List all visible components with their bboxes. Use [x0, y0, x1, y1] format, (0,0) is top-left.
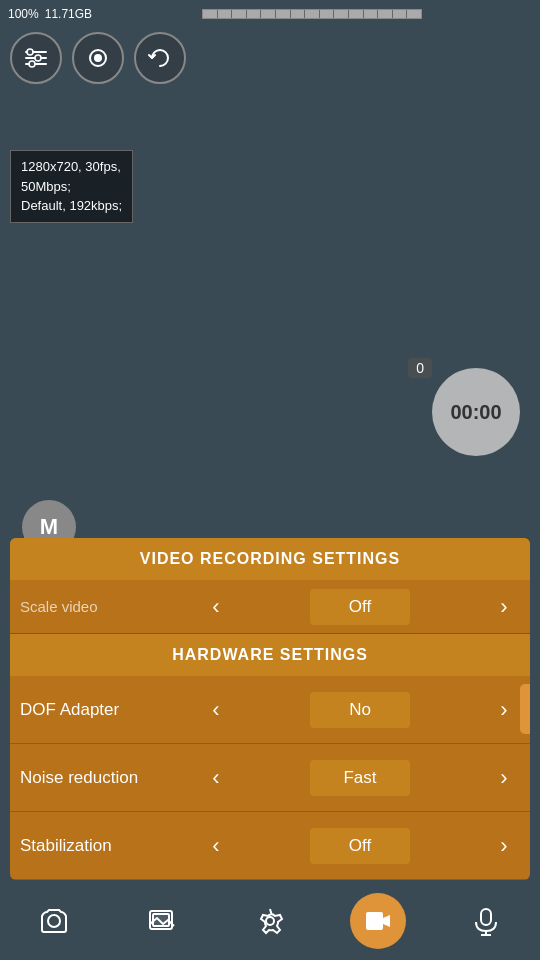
camera-nav-button[interactable] — [26, 893, 82, 949]
info-line1: 1280x720, 30fps, — [21, 157, 122, 177]
timer-display: 00:00 — [432, 368, 520, 456]
stabilization-next[interactable]: › — [488, 830, 520, 862]
info-line2: 50Mbps; — [21, 177, 122, 197]
hardware-settings-header: HARDWARE SETTINGS — [10, 634, 530, 676]
noise-reduction-next[interactable]: › — [488, 762, 520, 794]
svg-point-7 — [94, 54, 102, 62]
svg-point-8 — [48, 915, 60, 927]
storage-indicator: 11.71GB — [45, 7, 92, 21]
scale-video-next[interactable]: › — [488, 591, 520, 623]
info-line3: Default, 192kbps; — [21, 196, 122, 216]
scale-video-row: Scale video ‹ Off › — [10, 580, 530, 634]
recording-info-box: 1280x720, 30fps, 50Mbps; Default, 192kbp… — [10, 150, 133, 223]
scale-video-prev[interactable]: ‹ — [200, 591, 232, 623]
stabilization-prev[interactable]: ‹ — [200, 830, 232, 862]
status-bar-left: 100% 11.71GB — [8, 7, 92, 21]
gallery-nav-button[interactable] — [134, 893, 190, 949]
scale-video-value: Off — [310, 589, 410, 625]
progress-bar — [202, 9, 422, 19]
record-mode-button[interactable] — [72, 32, 124, 84]
noise-reduction-value: Fast — [310, 760, 410, 796]
scale-video-label: Scale video — [20, 598, 200, 615]
stabilization-row: Stabilization ‹ Off › — [10, 812, 530, 880]
dof-adapter-control: ‹ No › — [200, 692, 520, 728]
stabilization-control: ‹ Off › — [200, 828, 520, 864]
svg-point-11 — [266, 917, 274, 925]
bottom-nav — [0, 882, 540, 960]
noise-reduction-prev[interactable]: ‹ — [200, 762, 232, 794]
dof-adapter-label: DOF Adapter — [20, 700, 200, 720]
noise-reduction-label: Noise reduction — [20, 768, 200, 788]
dof-adapter-value: No — [310, 692, 410, 728]
dof-adapter-next[interactable]: › — [488, 694, 520, 726]
svg-rect-12 — [481, 909, 491, 925]
dof-adapter-row: DOF Adapter ‹ No › — [10, 676, 530, 744]
noise-reduction-row: Noise reduction ‹ Fast › — [10, 744, 530, 812]
timer-badge: 0 — [408, 358, 432, 378]
stabilization-value: Off — [310, 828, 410, 864]
settings-panel: VIDEO RECORDING SETTINGS Scale video ‹ O… — [10, 538, 530, 880]
status-bar: 100% 11.71GB — [0, 0, 540, 28]
video-settings-header: VIDEO RECORDING SETTINGS — [10, 538, 530, 580]
svg-point-3 — [27, 49, 33, 55]
settings-nav-button[interactable] — [242, 893, 298, 949]
microphone-nav-button[interactable] — [458, 893, 514, 949]
battery-indicator: 100% — [8, 7, 39, 21]
scroll-indicator — [520, 684, 530, 734]
video-nav-button[interactable] — [350, 893, 406, 949]
scale-video-control: ‹ Off › — [200, 589, 520, 625]
svg-point-5 — [29, 61, 35, 67]
svg-point-4 — [35, 55, 41, 61]
dof-adapter-prev[interactable]: ‹ — [200, 694, 232, 726]
rotate-button[interactable] — [134, 32, 186, 84]
stabilization-label: Stabilization — [20, 836, 200, 856]
noise-reduction-control: ‹ Fast › — [200, 760, 520, 796]
top-controls — [10, 32, 186, 84]
adjustments-button[interactable] — [10, 32, 62, 84]
progress-indicator — [92, 9, 532, 19]
